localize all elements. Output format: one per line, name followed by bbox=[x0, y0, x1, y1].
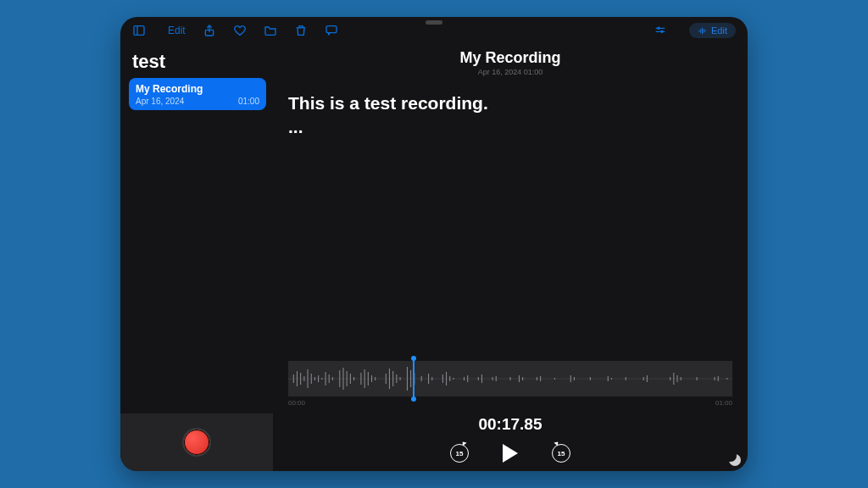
transcript-text: This is a test recording. ... bbox=[287, 76, 734, 140]
moon-icon bbox=[729, 454, 741, 466]
transcribe-button[interactable] bbox=[325, 24, 338, 37]
time-ruler-end: 01:00 bbox=[715, 399, 732, 407]
top-edit-button[interactable]: Edit bbox=[168, 25, 186, 36]
sidebar-toggle-button[interactable] bbox=[132, 24, 146, 37]
favorite-button[interactable] bbox=[233, 24, 247, 37]
skip-back-label: 15 bbox=[456, 450, 464, 458]
options-button[interactable] bbox=[654, 24, 667, 37]
playhead-indicator[interactable] bbox=[413, 358, 415, 399]
sidebar-icon bbox=[132, 24, 146, 37]
play-button[interactable] bbox=[503, 444, 518, 463]
current-timecode: 00:17.85 bbox=[287, 415, 734, 434]
list-item-date: Apr 16, 2024 bbox=[136, 97, 184, 106]
record-tray bbox=[120, 413, 273, 471]
waveform-icon bbox=[698, 26, 707, 36]
recording-list-item[interactable]: My Recording Apr 16, 2024 01:00 bbox=[129, 78, 266, 110]
main-panel: My Recording Apr 16, 2024 01:00 This is … bbox=[273, 44, 748, 471]
skip-back-15-button[interactable]: 15 bbox=[450, 444, 469, 463]
heart-icon bbox=[233, 24, 247, 37]
delete-button[interactable] bbox=[294, 24, 308, 37]
sidebar: test My Recording Apr 16, 2024 01:00 bbox=[120, 44, 273, 471]
recording-title: My Recording bbox=[287, 49, 734, 67]
playback-controls: 15 15 bbox=[287, 444, 734, 463]
time-ruler-start: 00:00 bbox=[288, 399, 305, 407]
svg-point-6 bbox=[658, 27, 659, 29]
share-icon bbox=[203, 24, 216, 37]
record-button[interactable] bbox=[182, 428, 211, 457]
list-item-title: My Recording bbox=[136, 83, 259, 95]
recording-subtitle: Apr 16, 2024 01:00 bbox=[287, 68, 734, 76]
list-item-duration: 01:00 bbox=[238, 97, 259, 106]
sliders-icon bbox=[654, 24, 667, 37]
voice-memos-window: Edit Edit test bbox=[120, 17, 748, 471]
waveform-icon bbox=[288, 361, 732, 396]
play-icon bbox=[503, 444, 518, 463]
svg-rect-3 bbox=[326, 26, 337, 33]
waveform-scrubber[interactable] bbox=[288, 361, 732, 396]
sidebar-title: test bbox=[129, 49, 266, 78]
svg-point-7 bbox=[661, 30, 663, 32]
window-handle-icon bbox=[426, 20, 442, 25]
edit-recording-button[interactable]: Edit bbox=[689, 23, 736, 38]
edit-pill-label: Edit bbox=[711, 25, 727, 36]
speech-bubble-icon bbox=[325, 24, 338, 37]
transcript-ellipsis: ... bbox=[288, 115, 732, 139]
folder-button[interactable] bbox=[264, 24, 277, 37]
skip-forward-15-button[interactable]: 15 bbox=[552, 444, 570, 463]
folder-icon bbox=[264, 24, 277, 37]
svg-rect-0 bbox=[134, 26, 144, 36]
share-button[interactable] bbox=[203, 24, 216, 37]
skip-fwd-label: 15 bbox=[558, 450, 565, 458]
transcript-line: This is a test recording. bbox=[288, 93, 488, 113]
trash-icon bbox=[294, 24, 308, 37]
